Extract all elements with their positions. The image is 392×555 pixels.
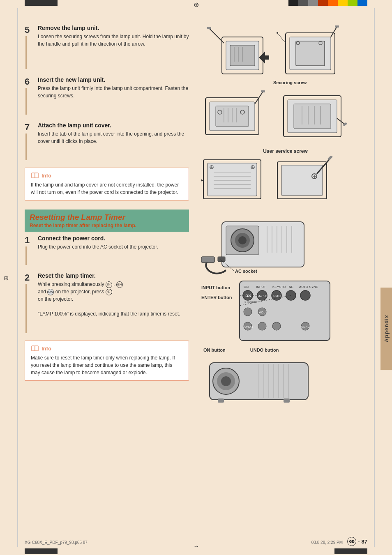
color-bar-3 xyxy=(308,0,318,6)
step-7-block: 7 Attach the lamp unit cover. Insert the… xyxy=(25,122,189,160)
svg-rect-33 xyxy=(261,90,265,92)
projector-side-view-2 xyxy=(201,357,369,411)
step-lamp-2-title: Reset the lamp timer. xyxy=(38,272,189,279)
svg-rect-75 xyxy=(201,257,214,263)
svg-point-91 xyxy=(300,290,310,300)
svg-rect-116 xyxy=(284,398,290,403)
bottom-bar-right xyxy=(334,548,367,554)
svg-text:INPUT: INPUT xyxy=(256,285,266,289)
step-lamp-1-number: 1 xyxy=(25,236,30,245)
svg-text:AUTO SYNC: AUTO SYNC xyxy=(299,285,318,289)
svg-rect-44 xyxy=(208,163,257,196)
svg-line-17 xyxy=(331,27,337,37)
top-strip: ⊕ xyxy=(0,0,392,8)
svg-line-21 xyxy=(277,33,286,43)
projector-panel xyxy=(201,156,269,206)
step-6-content: Insert the new lamp unit. Press the lamp… xyxy=(38,76,189,99)
top-bar-left xyxy=(25,0,58,6)
color-bars-top xyxy=(288,0,367,6)
page-number: - xyxy=(358,539,360,545)
step-lamp-2-text-5: "LAMP 100%" is displayed, indicating tha… xyxy=(38,311,180,317)
svg-point-99 xyxy=(272,322,281,330)
svg-rect-74 xyxy=(218,257,225,262)
left-column: 5 Remove the lamp unit. Loosen the secur… xyxy=(25,25,197,539)
color-bar-2 xyxy=(298,0,308,6)
step-6-bar xyxy=(25,88,27,115)
info-label-2: Info xyxy=(42,345,51,352)
svg-text:STANDBY: STANDBY xyxy=(244,300,258,303)
svg-point-22 xyxy=(277,32,278,34)
screwdriver-svg xyxy=(273,156,349,205)
step-lamp-2-text-3: on the projector, press xyxy=(55,289,106,295)
lamp-side-1 xyxy=(201,90,273,144)
svg-text:KSTO: KSTO xyxy=(273,295,281,297)
step-7-number: 7 xyxy=(25,123,30,132)
appendix-side-tab: Appendix xyxy=(380,288,392,370)
footer-right: 03.8.28, 2:29 PM xyxy=(311,540,343,545)
page-badge: GB xyxy=(347,537,356,546)
user-service-screw-label: User service screw xyxy=(201,148,369,154)
lamp-housing-1 xyxy=(201,25,269,85)
svg-point-93 xyxy=(244,308,252,316)
step-lamp-2-number-box: 2 xyxy=(25,272,38,333)
section-lamp-header: Resetting the Lamp Timer Reset the lamp … xyxy=(25,210,189,232)
step-5-title: Remove the lamp unit. xyxy=(38,25,189,31)
svg-text:MENU: MENU xyxy=(301,325,310,328)
right-column: Securing screw xyxy=(197,25,369,539)
footer-left: XG-C60X_E_PDF_p79_93.p65 87 xyxy=(25,540,88,545)
svg-rect-1 xyxy=(35,173,38,178)
step-7-bar xyxy=(25,134,27,160)
page: ⊕ 5 Remove the lamp un xyxy=(0,0,392,555)
lamp-housing-svg-2 xyxy=(273,25,349,84)
step-6-number-box: 6 xyxy=(25,76,38,115)
svg-rect-0 xyxy=(32,173,35,178)
info-book-icon-1 xyxy=(31,172,39,179)
step-lamp-1-block: 1 Connect the power cord. Plug the power… xyxy=(25,235,189,265)
step-7-number-box: 7 xyxy=(25,122,38,160)
bottom-bar-left xyxy=(25,548,58,554)
svg-text:AC socket: AC socket xyxy=(235,269,257,274)
step-5-content: Remove the lamp unit. Loosen the securin… xyxy=(38,25,189,48)
svg-rect-78 xyxy=(240,281,330,341)
input-icon-inline: IN xyxy=(106,281,112,288)
svg-rect-115 xyxy=(218,398,224,403)
step-lamp-1-bar xyxy=(25,246,27,265)
page-num-val: 87 xyxy=(362,539,367,545)
svg-point-107 xyxy=(221,376,231,386)
info-header-1: Info xyxy=(31,172,183,179)
lamp-side-2 xyxy=(277,90,349,144)
projector-buttons-area: INPUT button ENTER button ON INPUT KEYST… xyxy=(201,279,369,411)
info-box-1: Info If the lamp unit and lamp cover are… xyxy=(25,168,189,200)
projector-panel-svg xyxy=(201,156,269,205)
info-box-2: Info Make sure to reset the lamp timer o… xyxy=(25,341,189,381)
info-book-icon-2 xyxy=(31,345,39,352)
svg-rect-18 xyxy=(335,25,339,28)
svg-point-67 xyxy=(238,236,247,244)
color-bar-1 xyxy=(288,0,298,6)
projector-top-view: ON INPUT KEYSTO NE AUTO SYNC ON INPUT xyxy=(235,279,334,346)
step-lamp-2-text-4: on the projector. xyxy=(38,296,73,302)
step-lamp-1-content: Connect the power cord. Plug the power c… xyxy=(38,235,189,251)
page-number-area: GB - 87 xyxy=(347,537,367,546)
projector-top-svg: ON INPUT KEYSTO NE AUTO SYNC ON INPUT xyxy=(235,279,334,345)
bottom-strip xyxy=(0,547,392,555)
projector-ac-svg: AC socket xyxy=(201,210,345,275)
step-lamp-2-content: Reset the lamp timer. While pressing sim… xyxy=(38,272,189,318)
step-lamp-2-text-1: While pressing simultaneously xyxy=(38,281,106,287)
info-label-1: Info xyxy=(42,173,51,179)
step-lamp-1-number-box: 1 xyxy=(25,235,38,265)
undo-button-label: UNDO button xyxy=(250,348,279,352)
step-lamp-2-number: 2 xyxy=(25,273,30,282)
on-button-label: ON button xyxy=(203,348,226,352)
lamp-side-svg-1 xyxy=(201,90,273,143)
svg-text:KEYSTO: KEYSTO xyxy=(272,285,286,289)
svg-text:INPUT: INPUT xyxy=(258,294,268,298)
step-7-title: Attach the lamp unit cover. xyxy=(38,122,189,129)
svg-text:ON: ON xyxy=(245,294,251,298)
on-icon-inline: ON xyxy=(47,289,54,295)
enter-icon-inline: EN xyxy=(116,281,123,288)
step-7-content: Attach the lamp unit cover. Insert the t… xyxy=(38,122,189,145)
svg-text:ON: ON xyxy=(244,285,249,289)
button-labels-left: INPUT button ENTER button xyxy=(201,279,232,300)
lamp-diagrams-top: Securing screw xyxy=(201,25,369,85)
